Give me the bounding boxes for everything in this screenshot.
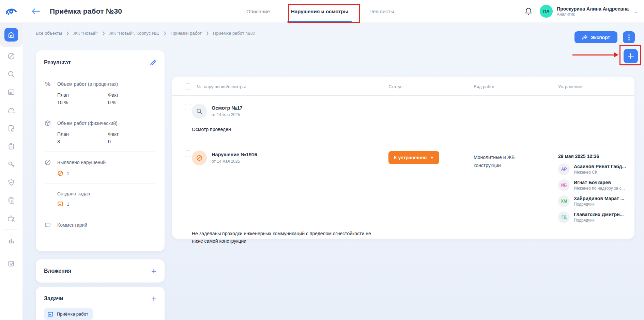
sidebar-item-safety[interactable] (0, 173, 22, 191)
attachments-title: Вложения (44, 268, 71, 274)
percent-icon: % (44, 81, 51, 87)
task-chip[interactable]: Приёмка работ (44, 308, 93, 320)
sidebar-item-construction[interactable] (0, 101, 22, 119)
assignee-name: Асаинов Ринат Габд... (574, 164, 626, 169)
left-sidebar (0, 22, 22, 320)
row-checkbox[interactable] (185, 150, 191, 157)
sidebar-item-access[interactable] (0, 155, 22, 173)
sidebar-item-approvals[interactable] (0, 254, 22, 272)
task-count: 1 (67, 202, 69, 207)
tab-violations-inspections[interactable]: Нарушения и осмотры (289, 0, 351, 22)
clipboard-check-icon (7, 124, 15, 132)
add-attachment-button[interactable]: + (151, 268, 156, 274)
assignee-name: Главатских Дмитри... (574, 212, 624, 217)
assignee-avatar: ГД (558, 211, 570, 223)
back-button[interactable] (31, 8, 40, 15)
notifications-button[interactable] (525, 7, 532, 15)
more-actions-button[interactable] (623, 31, 635, 43)
row-title[interactable]: Нарушение №1916 (212, 152, 257, 157)
breadcrumb-item-current: Приёмка работ №30 (213, 31, 255, 36)
breadcrumb-separator-icon: ❯ (102, 31, 105, 35)
shield-check-icon (7, 178, 15, 187)
breadcrumb-item[interactable]: ЖК "Новый" (73, 31, 98, 36)
tab-checklists[interactable]: Чек-листы (367, 0, 396, 22)
sidebar-item-documents[interactable] (0, 191, 22, 209)
sidebar-item-inspections[interactable] (0, 65, 22, 83)
breadcrumb-item[interactable]: Приёмки работ (170, 31, 201, 36)
resolution-date: 29 мая 2025 12:36 (558, 150, 634, 159)
assignee[interactable]: ХМ Хайридинов Марат ... Подрядчик (558, 195, 634, 207)
table-row[interactable]: Осмотр №17 от 14 мая 2025 Осмотр проведе… (172, 96, 634, 142)
assignee[interactable]: АР Асаинов Ринат Габд... Инженер СК (558, 163, 634, 175)
violation-count: 1 (67, 171, 69, 176)
section-label: Комментарий (57, 222, 87, 228)
column-header-resolution: Устранение (558, 83, 634, 90)
assignee-role: Подрядчик (574, 202, 624, 207)
row-date: от 14 мая 2025 (212, 159, 257, 164)
row-description: Не заделаны проходки инженерных коммуник… (191, 223, 388, 254)
fact-value: 0 % (108, 100, 144, 105)
assignee[interactable]: ИБ Игнат Бочкарев Инженер по надзору за … (558, 179, 634, 191)
task-chip-label: Приёмка работ (57, 311, 88, 317)
result-section-violations: Выявлено нарушений 1 (44, 151, 156, 183)
sidebar-item-acceptance[interactable] (0, 119, 22, 137)
plus-icon (627, 53, 634, 60)
table-header: №, нарушения/осмотры Статус Вид работ Ус… (172, 77, 634, 96)
breadcrumb-item[interactable]: ЖК "Новый", Корпус №1 (109, 31, 159, 36)
page-title: Приёмка работ №30 (50, 7, 122, 15)
row-checkbox[interactable] (185, 104, 191, 110)
result-section-percent: % Объем работ (в процентах) План 10 % Фа… (44, 73, 156, 112)
tasks-title: Задачи (44, 295, 63, 302)
task-count-icon (57, 201, 63, 207)
plan-value: 10 % (57, 100, 101, 105)
assignee-avatar: АР (558, 163, 570, 175)
task-icon (47, 311, 53, 317)
assignee[interactable]: ГД Главатских Дмитри... Подрядчик (558, 211, 634, 223)
column-header-number: №, нарушения/осмотры (191, 83, 388, 90)
violation-count-icon (57, 170, 63, 176)
user-menu[interactable]: ПА Проскурина Алина Андреевна Аналитик ⌄ (540, 5, 638, 18)
user-role: Аналитик (557, 12, 629, 17)
status-label: К устранению (394, 155, 427, 160)
plan-label: План (57, 131, 101, 137)
user-avatar: ПА (540, 5, 553, 18)
breadcrumb-separator-icon: ❯ (163, 31, 166, 35)
violations-table: №, нарушения/осмотры Статус Вид работ Ус… (172, 77, 634, 239)
export-button[interactable]: Экспорт (574, 31, 617, 43)
edit-result-button[interactable] (150, 59, 156, 66)
sidebar-item-violations[interactable] (0, 47, 22, 65)
select-all-checkbox[interactable] (185, 83, 191, 90)
violation-avatar (192, 150, 207, 165)
result-panel: Результат % Объем работ (в процентах) Пл… (36, 50, 165, 251)
sidebar-item-contractors[interactable] (0, 209, 22, 227)
breadcrumb: Все объекты ❯ ЖК "Новый" ❯ ЖК "Новый", К… (36, 31, 255, 36)
sidebar-item-cards[interactable] (0, 83, 22, 101)
app-logo[interactable] (0, 7, 22, 15)
table-row[interactable]: Нарушение №1916 от 14 мая 2025 К устране… (172, 142, 634, 254)
assignee-role: Инженер по надзору за с... (574, 186, 625, 191)
breadcrumb-separator-icon: ❯ (206, 31, 209, 35)
row-date: от 14 мая 2025 (212, 112, 243, 117)
assignee-name: Игнат Бочкарев (574, 180, 625, 185)
briefcase-user-icon (7, 214, 16, 223)
sidebar-item-checklists[interactable] (0, 137, 22, 155)
key-icon (7, 160, 15, 169)
result-section-tasks: Создано задач 1 (44, 183, 156, 214)
add-violation-button[interactable] (624, 49, 638, 63)
sidebar-divider (4, 229, 18, 230)
export-label: Экспорт (591, 35, 610, 40)
sidebar-item-home[interactable] (0, 22, 22, 47)
share-icon (582, 35, 588, 40)
plan-value: 3 (57, 139, 101, 144)
column-header-worktype: Вид работ (474, 83, 558, 90)
result-section-physical: Объем работ (физический) План 3 Факт 0 (44, 112, 156, 151)
tab-description[interactable]: Описание (244, 0, 272, 22)
row-title[interactable]: Осмотр №17 (212, 105, 243, 111)
arrow-left-icon (31, 8, 40, 15)
breadcrumb-item[interactable]: Все объекты (36, 31, 62, 36)
sidebar-item-analytics[interactable] (0, 232, 22, 250)
section-label: Объем работ (в процентах) (57, 81, 118, 87)
magnifier-icon (196, 108, 203, 115)
status-dropdown[interactable]: К устранению ▼ (388, 151, 439, 164)
add-task-button[interactable]: + (151, 295, 156, 302)
